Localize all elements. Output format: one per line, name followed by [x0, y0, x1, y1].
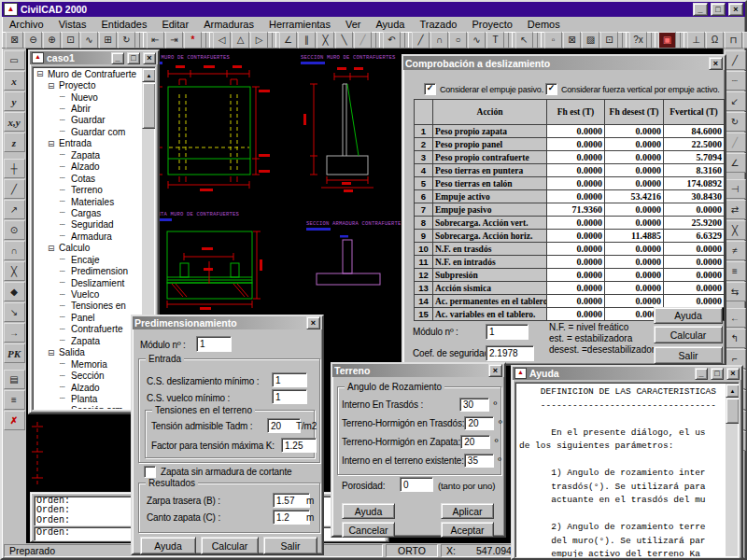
- empuje-pasivo-checkbox[interactable]: ✓: [424, 83, 436, 95]
- fh-est-cell[interactable]: 0.0000: [547, 308, 605, 321]
- salir-button[interactable]: Salir: [654, 346, 723, 364]
- fh-desest-cell[interactable]: 0.0000: [605, 164, 664, 177]
- menu-item[interactable]: Herramientas: [261, 18, 338, 31]
- tree-expand-icon[interactable]: ┄: [60, 174, 71, 183]
- right-tool-icon[interactable]: ↻: [725, 112, 746, 132]
- help-scrollbar[interactable]: ▲: [726, 384, 738, 556]
- fh-est-cell[interactable]: 0.0000: [547, 269, 605, 282]
- fvertical-cell[interactable]: 84.6000: [664, 125, 725, 138]
- close-icon[interactable]: ×: [488, 364, 502, 377]
- toolbar-icon[interactable]: ⊕: [43, 32, 61, 49]
- cs-deslizamiento-input[interactable]: 1: [272, 372, 307, 387]
- tree-expand-icon[interactable]: ⊟: [48, 81, 59, 91]
- toolbar-icon[interactable]: ╱: [412, 32, 430, 49]
- toolbar-icon[interactable]: ⊡: [600, 32, 618, 49]
- fh-desest-cell[interactable]: 0.0000: [605, 217, 664, 230]
- main-titlebar[interactable]: ▲ CivilCAD 2000 _ □ ×: [2, 2, 745, 17]
- toolbar-icon[interactable]: ⊠: [6, 32, 23, 49]
- left-tool-icon[interactable]: ⊙: [4, 220, 25, 240]
- predim-titlebar[interactable]: Predimensionamiento ×: [133, 316, 322, 329]
- tree-expand-icon[interactable]: ⊟: [48, 244, 59, 253]
- toolbar-icon[interactable]: ∿: [80, 32, 98, 49]
- left-tool-icon[interactable]: ▭: [4, 50, 25, 70]
- toolbar-icon[interactable]: ∩: [430, 32, 448, 49]
- left-tool-icon[interactable]: ↘: [4, 302, 25, 322]
- menu-item[interactable]: Proyecto: [464, 18, 519, 31]
- toolbar-icon[interactable]: △: [232, 32, 249, 49]
- right-tool-icon[interactable]: ⇄: [725, 200, 746, 219]
- right-tool-icon[interactable]: ∠: [725, 153, 746, 173]
- tree-expand-icon[interactable]: ┄: [60, 255, 71, 264]
- tree-close-button[interactable]: ×: [143, 52, 156, 64]
- menu-item[interactable]: Demos: [520, 18, 568, 31]
- tree-minimize-button[interactable]: _: [111, 52, 124, 64]
- tree-item[interactable]: ┄ Memoria: [34, 358, 142, 370]
- terreno-aceptar-button[interactable]: Aceptar: [441, 522, 494, 538]
- tree-expand-icon[interactable]: ⊟: [36, 69, 48, 78]
- tree-item[interactable]: ┄ Guardar: [34, 115, 142, 126]
- fh-est-cell[interactable]: 0.0000: [547, 164, 605, 177]
- calcular-button[interactable]: Calcular: [654, 326, 723, 343]
- tree-expand-icon[interactable]: ┄: [60, 278, 71, 287]
- tree-titlebar[interactable]: ▲ caso1 _ □ ×: [30, 51, 158, 64]
- ayuda-button[interactable]: Ayuda: [654, 307, 723, 324]
- fh-est-cell[interactable]: 0.0000: [547, 282, 605, 295]
- tree-expand-icon[interactable]: ┄: [60, 359, 71, 369]
- status-orto[interactable]: ORTO: [386, 544, 438, 557]
- tree-item[interactable]: ⊟ Calculo: [34, 243, 142, 254]
- tree-expand-icon[interactable]: ┄: [60, 150, 71, 160]
- close-icon[interactable]: ×: [306, 316, 320, 329]
- menu-item[interactable]: Archivo: [2, 18, 51, 31]
- menu-item[interactable]: Armaduras: [196, 18, 261, 31]
- predim-ayuda-button[interactable]: Ayuda: [140, 537, 196, 554]
- fvertical-cell[interactable]: 25.9200: [664, 217, 725, 230]
- fh-desest-cell[interactable]: 0.0000: [605, 151, 664, 164]
- fh-desest-cell[interactable]: 11.4885: [605, 230, 664, 243]
- right-tool-icon[interactable]: ┈: [725, 71, 746, 91]
- toolbar-icon[interactable]: T: [486, 32, 504, 49]
- toolbar-icon[interactable]: ∠: [279, 32, 297, 49]
- help-close-button[interactable]: ×: [726, 368, 740, 380]
- left-tool-icon[interactable]: →: [4, 323, 25, 343]
- help-titlebar[interactable]: ▲ Ayuda _ □ ×: [513, 367, 741, 380]
- tree-expand-icon[interactable]: ┄: [60, 92, 71, 102]
- tree-expand-icon[interactable]: ┄: [60, 116, 71, 125]
- tree-expand-icon[interactable]: ┄: [60, 394, 71, 403]
- fh-desest-cell[interactable]: 0.0000: [605, 295, 664, 308]
- right-tool-icon[interactable]: ↰: [725, 329, 746, 348]
- minimize-button[interactable]: _: [693, 3, 708, 16]
- tree-expand-icon[interactable]: ┄: [60, 301, 71, 311]
- left-tool-icon[interactable]: ≡: [4, 390, 25, 410]
- fh-est-cell[interactable]: 0.0000: [547, 151, 605, 164]
- toolbar-icon[interactable]: ⊔: [743, 32, 747, 49]
- tree-expand-icon[interactable]: ┄: [60, 313, 71, 322]
- toolbar-icon[interactable]: ⊓: [725, 32, 742, 49]
- left-tool-icon[interactable]: z: [4, 133, 25, 152]
- cs-vuelco-input[interactable]: 1: [272, 389, 307, 404]
- tree-expand-icon[interactable]: ┄: [60, 231, 71, 241]
- fvertical-cell[interactable]: 0.0000: [664, 269, 725, 282]
- fh-est-cell[interactable]: 0.0000: [547, 230, 605, 243]
- tree-item[interactable]: ┄ Terreno: [34, 184, 142, 195]
- zapata-cortante-checkbox[interactable]: [144, 466, 156, 478]
- toolbar-icon[interactable]: ↻: [118, 32, 135, 49]
- tree-expand-icon[interactable]: ┄: [60, 290, 71, 300]
- menu-item[interactable]: Entidades: [93, 18, 154, 31]
- angulo-input[interactable]: 35: [464, 454, 494, 468]
- right-tool-icon[interactable]: ╳: [725, 220, 746, 240]
- fvertical-cell[interactable]: 0.0000: [664, 256, 725, 269]
- fh-desest-cell[interactable]: 0.0000: [605, 243, 664, 256]
- toolbar-icon[interactable]: ⊖: [24, 32, 42, 49]
- tree-item[interactable]: ┄ Predimension: [34, 265, 142, 276]
- right-tool-icon[interactable]: ╱: [725, 133, 746, 152]
- tree-item[interactable]: ┄ Sección arm: [34, 405, 142, 409]
- angulo-input[interactable]: 30: [459, 398, 489, 412]
- toolbar-icon[interactable]: ⇥: [165, 32, 183, 49]
- terreno-titlebar[interactable]: Terreno ×: [332, 364, 504, 377]
- tree-item[interactable]: ┄ Cargas: [34, 207, 142, 218]
- right-tool-icon[interactable]: ⇆: [725, 282, 746, 301]
- tree-item[interactable]: ┄ Guardar com: [34, 126, 142, 137]
- toolbar-icon[interactable]: ∿: [468, 32, 486, 49]
- toolbar-icon[interactable]: ∥: [298, 32, 316, 49]
- tree-item[interactable]: ⊟ Salida: [34, 347, 142, 358]
